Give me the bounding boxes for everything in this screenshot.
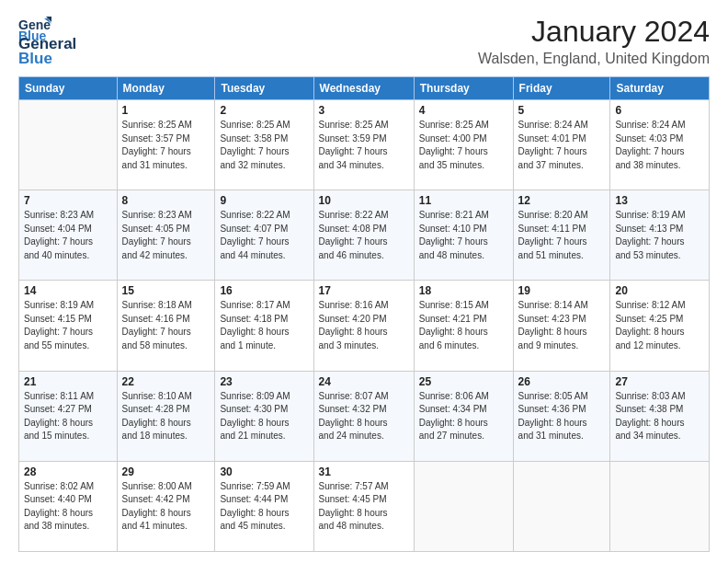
table-row: 9Sunrise: 8:22 AMSunset: 4:07 PMDaylight… <box>215 190 313 281</box>
table-row: 11Sunrise: 8:21 AMSunset: 4:10 PMDayligh… <box>414 190 513 281</box>
cell-content: Sunrise: 8:25 AMSunset: 3:57 PMDaylight:… <box>122 119 210 172</box>
day-number: 15 <box>122 284 210 297</box>
month-title: January 2024 <box>478 15 710 49</box>
cell-content: Sunrise: 8:15 AMSunset: 4:21 PMDaylight:… <box>419 299 508 352</box>
logo-blue: Blue <box>18 50 76 68</box>
title-block: January 2024 Walsden, England, United Ki… <box>478 15 710 67</box>
cell-content: Sunrise: 8:24 AMSunset: 4:03 PMDaylight:… <box>615 119 704 172</box>
cell-content: Sunrise: 8:00 AMSunset: 4:42 PMDaylight:… <box>122 480 210 534</box>
header-saturday: Saturday <box>610 77 710 100</box>
table-row: 23Sunrise: 8:09 AMSunset: 4:30 PMDayligh… <box>215 371 313 461</box>
cell-content: Sunrise: 8:22 AMSunset: 4:08 PMDaylight:… <box>319 209 409 262</box>
table-row: 6Sunrise: 8:24 AMSunset: 4:03 PMDaylight… <box>610 100 710 190</box>
day-number: 26 <box>518 375 606 388</box>
day-number: 9 <box>220 194 308 207</box>
table-row <box>19 100 118 190</box>
cell-content: Sunrise: 8:05 AMSunset: 4:36 PMDaylight:… <box>518 390 606 443</box>
table-row: 8Sunrise: 8:23 AMSunset: 4:05 PMDaylight… <box>117 190 215 281</box>
header-tuesday: Tuesday <box>215 77 313 100</box>
cell-content: Sunrise: 8:07 AMSunset: 4:32 PMDaylight:… <box>319 390 409 443</box>
day-number: 22 <box>122 375 210 388</box>
cell-content: Sunrise: 8:25 AMSunset: 3:58 PMDaylight:… <box>220 119 308 172</box>
day-number: 12 <box>518 194 606 207</box>
table-row: 4Sunrise: 8:25 AMSunset: 4:00 PMDaylight… <box>414 100 513 190</box>
cell-content: Sunrise: 8:02 AMSunset: 4:40 PMDaylight:… <box>24 480 112 534</box>
header-friday: Friday <box>513 77 610 100</box>
table-row: 28Sunrise: 8:02 AMSunset: 4:40 PMDayligh… <box>19 461 118 551</box>
table-row <box>414 461 513 551</box>
header-thursday: Thursday <box>414 77 513 100</box>
cell-content: Sunrise: 8:24 AMSunset: 4:01 PMDaylight:… <box>518 119 606 172</box>
table-row: 19Sunrise: 8:14 AMSunset: 4:23 PMDayligh… <box>513 281 610 371</box>
table-row: 18Sunrise: 8:15 AMSunset: 4:21 PMDayligh… <box>414 281 513 371</box>
cell-content: Sunrise: 8:25 AMSunset: 3:59 PMDaylight:… <box>319 119 409 172</box>
table-row: 27Sunrise: 8:03 AMSunset: 4:38 PMDayligh… <box>610 371 710 461</box>
table-row: 20Sunrise: 8:12 AMSunset: 4:25 PMDayligh… <box>610 281 710 371</box>
cell-content: Sunrise: 8:03 AMSunset: 4:38 PMDaylight:… <box>615 390 704 443</box>
table-row: 31Sunrise: 7:57 AMSunset: 4:45 PMDayligh… <box>313 461 414 551</box>
calendar-week-row: 7Sunrise: 8:23 AMSunset: 4:04 PMDaylight… <box>19 190 710 281</box>
cell-content: Sunrise: 8:20 AMSunset: 4:11 PMDaylight:… <box>518 209 606 262</box>
day-number: 3 <box>319 104 409 117</box>
table-row: 2Sunrise: 8:25 AMSunset: 3:58 PMDaylight… <box>215 100 313 190</box>
day-number: 29 <box>122 465 210 478</box>
cell-content: Sunrise: 7:59 AMSunset: 4:44 PMDaylight:… <box>220 480 308 534</box>
calendar-week-row: 14Sunrise: 8:19 AMSunset: 4:15 PMDayligh… <box>19 281 710 371</box>
cell-content: Sunrise: 8:11 AMSunset: 4:27 PMDaylight:… <box>24 390 112 443</box>
table-row: 10Sunrise: 8:22 AMSunset: 4:08 PMDayligh… <box>313 190 414 281</box>
logo: General Blue General Blue <box>18 15 76 67</box>
day-number: 24 <box>319 375 409 388</box>
table-row: 29Sunrise: 8:00 AMSunset: 4:42 PMDayligh… <box>117 461 215 551</box>
day-number: 10 <box>319 194 409 207</box>
calendar-week-row: 21Sunrise: 8:11 AMSunset: 4:27 PMDayligh… <box>19 371 710 461</box>
table-row: 13Sunrise: 8:19 AMSunset: 4:13 PMDayligh… <box>610 190 710 281</box>
calendar-week-row: 28Sunrise: 8:02 AMSunset: 4:40 PMDayligh… <box>19 461 710 551</box>
cell-content: Sunrise: 8:19 AMSunset: 4:15 PMDaylight:… <box>24 299 112 352</box>
day-number: 2 <box>220 104 308 117</box>
day-number: 30 <box>220 465 308 478</box>
header-monday: Monday <box>117 77 215 100</box>
day-number: 1 <box>122 104 210 117</box>
day-number: 31 <box>319 465 409 478</box>
cell-content: Sunrise: 8:12 AMSunset: 4:25 PMDaylight:… <box>615 299 704 352</box>
day-number: 13 <box>615 194 704 207</box>
location-title: Walsden, England, United Kingdom <box>478 51 710 67</box>
day-number: 14 <box>24 284 112 297</box>
header-sunday: Sunday <box>19 77 118 100</box>
table-row: 25Sunrise: 8:06 AMSunset: 4:34 PMDayligh… <box>414 371 513 461</box>
table-row: 21Sunrise: 8:11 AMSunset: 4:27 PMDayligh… <box>19 371 118 461</box>
cell-content: Sunrise: 8:22 AMSunset: 4:07 PMDaylight:… <box>220 209 308 262</box>
calendar-week-row: 1Sunrise: 8:25 AMSunset: 3:57 PMDaylight… <box>19 100 710 190</box>
day-number: 8 <box>122 194 210 207</box>
cell-content: Sunrise: 8:18 AMSunset: 4:16 PMDaylight:… <box>122 299 210 352</box>
table-row <box>513 461 610 551</box>
header-wednesday: Wednesday <box>313 77 414 100</box>
calendar-table: Sunday Monday Tuesday Wednesday Thursday… <box>18 76 710 552</box>
table-row: 15Sunrise: 8:18 AMSunset: 4:16 PMDayligh… <box>117 281 215 371</box>
day-number: 18 <box>419 284 508 297</box>
table-row: 3Sunrise: 8:25 AMSunset: 3:59 PMDaylight… <box>313 100 414 190</box>
day-number: 27 <box>615 375 704 388</box>
day-number: 7 <box>24 194 112 207</box>
table-row: 12Sunrise: 8:20 AMSunset: 4:11 PMDayligh… <box>513 190 610 281</box>
cell-content: Sunrise: 8:06 AMSunset: 4:34 PMDaylight:… <box>419 390 508 443</box>
table-row: 26Sunrise: 8:05 AMSunset: 4:36 PMDayligh… <box>513 371 610 461</box>
table-row: 17Sunrise: 8:16 AMSunset: 4:20 PMDayligh… <box>313 281 414 371</box>
cell-content: Sunrise: 8:23 AMSunset: 4:05 PMDaylight:… <box>122 209 210 262</box>
day-number: 21 <box>24 375 112 388</box>
cell-content: Sunrise: 8:14 AMSunset: 4:23 PMDaylight:… <box>518 299 606 352</box>
cell-content: Sunrise: 8:21 AMSunset: 4:10 PMDaylight:… <box>419 209 508 262</box>
day-number: 5 <box>518 104 606 117</box>
day-number: 25 <box>419 375 508 388</box>
cell-content: Sunrise: 8:10 AMSunset: 4:28 PMDaylight:… <box>122 390 210 443</box>
table-row: 22Sunrise: 8:10 AMSunset: 4:28 PMDayligh… <box>117 371 215 461</box>
calendar-header-row: Sunday Monday Tuesday Wednesday Thursday… <box>19 77 710 100</box>
table-row: 24Sunrise: 8:07 AMSunset: 4:32 PMDayligh… <box>313 371 414 461</box>
day-number: 20 <box>615 284 704 297</box>
cell-content: Sunrise: 8:09 AMSunset: 4:30 PMDaylight:… <box>220 390 308 443</box>
cell-content: Sunrise: 8:19 AMSunset: 4:13 PMDaylight:… <box>615 209 704 262</box>
cell-content: Sunrise: 7:57 AMSunset: 4:45 PMDaylight:… <box>319 480 409 534</box>
day-number: 11 <box>419 194 508 207</box>
day-number: 23 <box>220 375 308 388</box>
day-number: 19 <box>518 284 606 297</box>
